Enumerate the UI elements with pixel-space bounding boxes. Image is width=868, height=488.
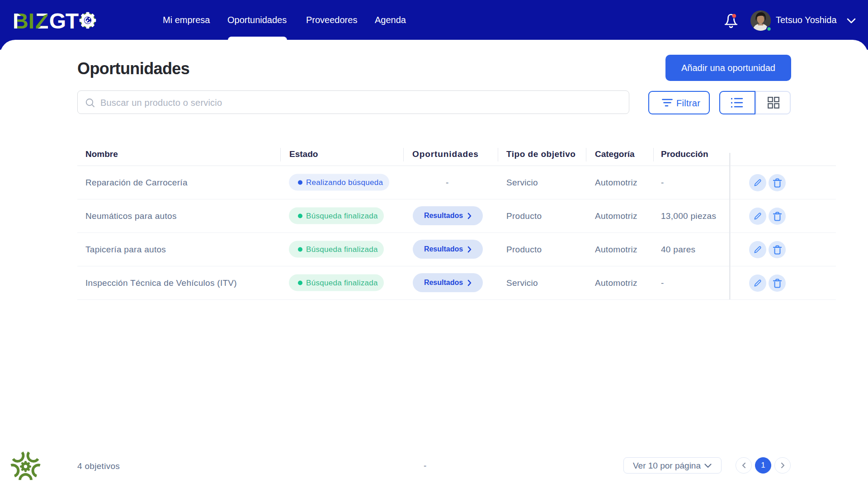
svg-text:G: G [49, 9, 66, 33]
svg-text:T: T [66, 9, 79, 33]
svg-text:I: I [28, 9, 34, 33]
